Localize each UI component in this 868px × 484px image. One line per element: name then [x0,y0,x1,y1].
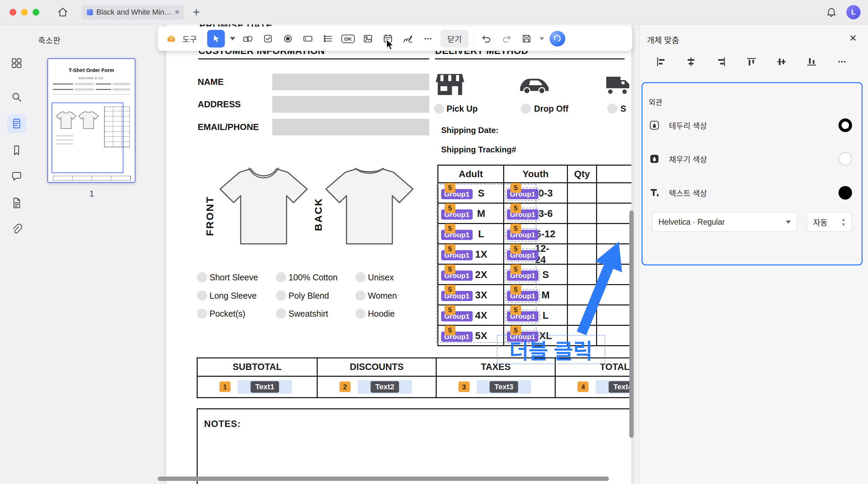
extra-cell[interactable] [596,204,631,223]
text-color-swatch[interactable] [839,186,852,200]
font-size-select[interactable]: 자동 ▲▼ [807,212,852,232]
horizontal-scrollbar[interactable] [158,477,609,481]
close-window-button[interactable] [9,9,16,16]
close-panel-icon[interactable]: ✕ [847,32,859,44]
group-count-badge[interactable]: 5 [510,305,521,315]
group-annotation[interactable]: Group15 [507,247,542,262]
group-annotation[interactable]: Group15 [507,287,542,302]
align-bottom-icon[interactable] [806,56,818,68]
group-annotation[interactable]: Group15 [507,226,542,241]
group-annotation[interactable]: Group15 [441,267,476,282]
field-number-badge[interactable]: 3 [458,381,470,392]
group-count-badge[interactable]: 5 [445,224,455,234]
group-annotation[interactable]: Group15 [441,186,476,201]
qty-cell[interactable] [567,183,596,203]
field-name-chip[interactable]: Text2 [371,381,399,393]
signature-pen-icon[interactable] [7,482,26,484]
align-center-horizontal-icon[interactable] [685,56,697,68]
group-annotation[interactable]: Group15 [441,247,476,262]
search-icon[interactable] [7,88,26,107]
group-count-badge[interactable]: 5 [445,325,455,335]
align-top-icon[interactable] [745,56,757,68]
text-field-tool-icon[interactable] [300,31,315,46]
save-icon[interactable] [519,31,534,46]
option-circle[interactable] [197,291,207,301]
option-circle[interactable] [276,291,286,301]
undo-icon[interactable] [479,31,494,46]
field-number-badge[interactable]: 4 [577,381,589,392]
option-circle[interactable] [355,291,366,301]
tools-label[interactable]: 도구 [182,33,197,44]
group-annotation[interactable]: Group15 [441,328,476,343]
font-select[interactable]: Helvetica · Regular [652,212,797,232]
group-annotation[interactable]: Group15 [507,267,542,282]
close-toolbar-button[interactable]: 닫기 [440,30,468,48]
minimize-window-button[interactable] [21,9,28,16]
totals-field[interactable]: Text3 [477,380,531,394]
email-phone-field[interactable] [272,119,429,135]
group-count-badge[interactable]: 5 [445,183,455,193]
field-name-chip[interactable]: Text4 [609,381,631,393]
border-color-swatch[interactable] [839,118,852,132]
field-name-chip[interactable]: Text3 [490,381,518,393]
group-annotation[interactable]: Group15 [441,226,476,241]
group-count-badge[interactable]: 5 [445,305,455,315]
align-middle-vertical-icon[interactable] [775,56,788,68]
checkbox-tool-icon[interactable] [260,31,275,46]
tools-icon[interactable] [164,31,179,46]
comments-icon[interactable] [7,167,26,186]
group-annotation[interactable]: Group15 [441,308,476,323]
group-count-badge[interactable]: 5 [510,183,521,193]
dropoff-radio[interactable] [521,104,531,114]
group-count-badge[interactable]: 5 [510,244,521,254]
redo-icon[interactable] [499,31,514,46]
align-right-icon[interactable] [715,56,727,68]
group-annotation[interactable]: Group15 [507,206,542,221]
option-circle[interactable] [276,272,286,282]
tutorial-double-click-text[interactable]: 더블 클릭 [497,335,605,364]
group-count-badge[interactable]: 5 [445,203,455,213]
font-size-stepper[interactable]: ▲▼ [841,217,846,227]
notifications-bell-icon[interactable] [826,7,837,18]
document-tab[interactable]: Black and White Minimalist [82,5,184,20]
group-count-badge[interactable]: 5 [445,244,455,254]
signature-tool-icon[interactable] [400,31,415,46]
image-tool-icon[interactable] [360,31,375,46]
group-count-badge[interactable]: 5 [510,203,521,213]
group-annotation[interactable]: Group15 [507,186,542,201]
group-count-badge[interactable]: 5 [510,325,521,335]
ok-stamp-tool-icon[interactable]: OK [340,31,355,46]
address-field[interactable] [272,96,429,113]
qty-cell[interactable] [567,204,596,223]
option-circle[interactable] [355,272,366,282]
file-pages-icon[interactable] [7,193,26,212]
group-annotation[interactable]: Group15 [507,308,542,323]
page-thumbnail[interactable]: T-Shirt Order Form SALFORD & CO. [47,58,136,183]
more-alignment-icon[interactable] [836,56,848,68]
tutorial-arrow[interactable] [566,228,631,343]
align-left-icon[interactable] [655,56,667,68]
shapes-tool-icon[interactable] [240,31,255,46]
list-tool-icon[interactable] [320,31,335,46]
field-name-chip[interactable]: Text1 [251,381,279,393]
option-circle[interactable] [197,272,207,282]
bookmarks-icon[interactable] [7,141,26,160]
option-circle[interactable] [276,309,286,319]
group-count-badge[interactable]: 5 [445,285,455,295]
attachments-paperclip-icon[interactable] [7,220,26,239]
more-tools-icon[interactable] [420,31,435,46]
field-number-badge[interactable]: 1 [219,381,231,392]
zoom-window-button[interactable] [33,9,39,16]
ai-assistant-icon[interactable] [550,31,565,46]
name-field[interactable] [272,74,429,90]
fill-color-swatch[interactable] [839,152,852,166]
totals-field[interactable]: Text4 [596,380,631,394]
save-chevron-icon[interactable] [539,37,544,40]
group-count-badge[interactable]: 5 [445,264,455,274]
field-number-badge[interactable]: 2 [339,381,351,392]
select-tool-button[interactable] [207,30,225,48]
select-tool-chevron-icon[interactable] [230,37,235,40]
apps-grid-icon[interactable] [7,54,26,73]
group-annotation[interactable]: Group15 [441,287,476,302]
user-avatar[interactable]: L [846,5,861,19]
